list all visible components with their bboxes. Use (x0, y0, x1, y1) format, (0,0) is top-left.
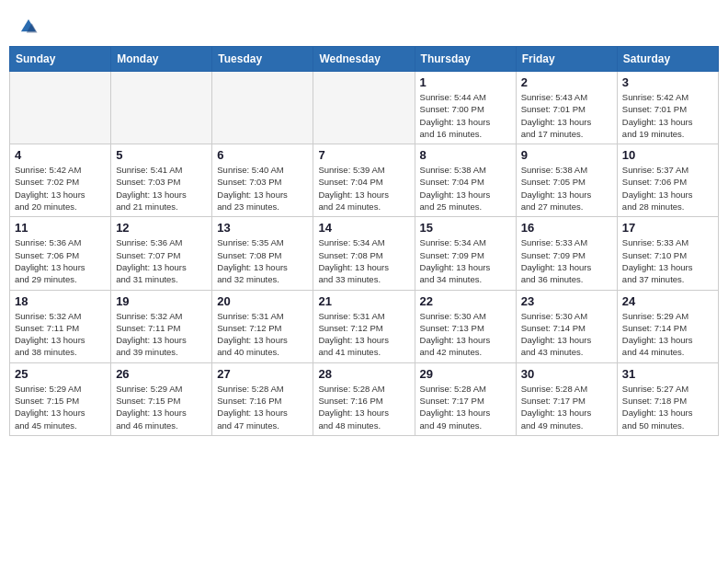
calendar-cell: 20Sunrise: 5:31 AM Sunset: 7:12 PM Dayli… (212, 290, 313, 362)
day-detail: Sunrise: 5:28 AM Sunset: 7:16 PM Dayligh… (318, 383, 409, 431)
day-detail: Sunrise: 5:38 AM Sunset: 7:05 PM Dayligh… (521, 164, 612, 213)
calendar-cell: 18Sunrise: 5:32 AM Sunset: 7:11 PM Dayli… (10, 290, 111, 362)
calendar-cell: 25Sunrise: 5:29 AM Sunset: 7:15 PM Dayli… (10, 362, 111, 435)
day-detail: Sunrise: 5:30 AM Sunset: 7:14 PM Dayligh… (521, 310, 612, 359)
calendar-cell: 15Sunrise: 5:34 AM Sunset: 7:09 PM Dayli… (415, 217, 516, 290)
day-number: 18 (15, 294, 106, 308)
day-detail: Sunrise: 5:27 AM Sunset: 7:18 PM Dayligh… (622, 383, 713, 431)
weekday-header-wednesday: Wednesday (313, 47, 415, 72)
logo (18, 17, 42, 37)
day-number: 15 (420, 221, 511, 235)
calendar-cell: 9Sunrise: 5:38 AM Sunset: 7:05 PM Daylig… (516, 144, 617, 217)
calendar-cell: 5Sunrise: 5:41 AM Sunset: 7:03 PM Daylig… (111, 144, 212, 217)
day-number: 9 (521, 148, 612, 162)
day-number: 25 (15, 367, 106, 381)
day-detail: Sunrise: 5:36 AM Sunset: 7:06 PM Dayligh… (15, 236, 106, 285)
calendar-cell: 31Sunrise: 5:27 AM Sunset: 7:18 PM Dayli… (617, 362, 718, 435)
calendar-cell: 10Sunrise: 5:37 AM Sunset: 7:06 PM Dayli… (617, 144, 718, 217)
calendar-week-row: 18Sunrise: 5:32 AM Sunset: 7:11 PM Dayli… (10, 290, 719, 362)
weekday-header-thursday: Thursday (415, 47, 516, 72)
calendar-cell: 27Sunrise: 5:28 AM Sunset: 7:16 PM Dayli… (212, 362, 313, 435)
day-detail: Sunrise: 5:44 AM Sunset: 7:00 PM Dayligh… (420, 91, 511, 140)
day-detail: Sunrise: 5:31 AM Sunset: 7:12 PM Dayligh… (217, 310, 308, 359)
day-detail: Sunrise: 5:29 AM Sunset: 7:15 PM Dayligh… (116, 383, 207, 431)
calendar-cell (212, 72, 313, 144)
day-number: 28 (318, 367, 409, 381)
calendar-cell: 30Sunrise: 5:28 AM Sunset: 7:17 PM Dayli… (516, 362, 617, 435)
day-detail: Sunrise: 5:33 AM Sunset: 7:10 PM Dayligh… (622, 236, 713, 285)
calendar-cell: 13Sunrise: 5:35 AM Sunset: 7:08 PM Dayli… (212, 217, 313, 290)
calendar-cell (313, 72, 415, 144)
day-detail: Sunrise: 5:37 AM Sunset: 7:06 PM Dayligh… (622, 164, 713, 213)
day-number: 26 (116, 367, 207, 381)
calendar-week-row: 25Sunrise: 5:29 AM Sunset: 7:15 PM Dayli… (10, 362, 719, 435)
calendar-cell (111, 72, 212, 144)
day-detail: Sunrise: 5:28 AM Sunset: 7:17 PM Dayligh… (521, 383, 612, 431)
calendar-cell (10, 72, 111, 144)
calendar-cell: 12Sunrise: 5:36 AM Sunset: 7:07 PM Dayli… (111, 217, 212, 290)
day-detail: Sunrise: 5:36 AM Sunset: 7:07 PM Dayligh… (116, 236, 207, 285)
day-number: 12 (116, 221, 207, 235)
day-detail: Sunrise: 5:38 AM Sunset: 7:04 PM Dayligh… (420, 164, 511, 213)
calendar-week-row: 11Sunrise: 5:36 AM Sunset: 7:06 PM Dayli… (10, 217, 719, 290)
day-detail: Sunrise: 5:43 AM Sunset: 7:01 PM Dayligh… (521, 91, 612, 140)
calendar-cell: 17Sunrise: 5:33 AM Sunset: 7:10 PM Dayli… (617, 217, 718, 290)
calendar-cell: 21Sunrise: 5:31 AM Sunset: 7:12 PM Dayli… (313, 290, 415, 362)
weekday-header-row: SundayMondayTuesdayWednesdayThursdayFrid… (10, 47, 719, 72)
day-detail: Sunrise: 5:31 AM Sunset: 7:12 PM Dayligh… (318, 310, 409, 359)
day-number: 24 (622, 294, 713, 308)
calendar-cell: 14Sunrise: 5:34 AM Sunset: 7:08 PM Dayli… (313, 217, 415, 290)
day-number: 10 (622, 148, 713, 162)
calendar-cell: 24Sunrise: 5:29 AM Sunset: 7:14 PM Dayli… (617, 290, 718, 362)
calendar-cell: 28Sunrise: 5:28 AM Sunset: 7:16 PM Dayli… (313, 362, 415, 435)
day-number: 16 (521, 221, 612, 235)
day-detail: Sunrise: 5:34 AM Sunset: 7:08 PM Dayligh… (318, 236, 409, 285)
calendar-cell: 26Sunrise: 5:29 AM Sunset: 7:15 PM Dayli… (111, 362, 212, 435)
day-number: 4 (15, 148, 106, 162)
day-number: 27 (217, 367, 308, 381)
page-header (9, 9, 719, 40)
day-number: 23 (521, 294, 612, 308)
calendar-week-row: 1Sunrise: 5:44 AM Sunset: 7:00 PM Daylig… (10, 72, 719, 144)
day-detail: Sunrise: 5:32 AM Sunset: 7:11 PM Dayligh… (116, 310, 207, 359)
calendar-cell: 4Sunrise: 5:42 AM Sunset: 7:02 PM Daylig… (10, 144, 111, 217)
logo-icon (18, 17, 39, 37)
day-number: 13 (217, 221, 308, 235)
calendar-cell: 11Sunrise: 5:36 AM Sunset: 7:06 PM Dayli… (10, 217, 111, 290)
day-number: 17 (622, 221, 713, 235)
day-detail: Sunrise: 5:41 AM Sunset: 7:03 PM Dayligh… (116, 164, 207, 213)
day-detail: Sunrise: 5:28 AM Sunset: 7:17 PM Dayligh… (420, 383, 511, 431)
day-number: 20 (217, 294, 308, 308)
calendar-cell: 7Sunrise: 5:39 AM Sunset: 7:04 PM Daylig… (313, 144, 415, 217)
day-number: 30 (521, 367, 612, 381)
calendar-week-row: 4Sunrise: 5:42 AM Sunset: 7:02 PM Daylig… (10, 144, 719, 217)
day-number: 21 (318, 294, 409, 308)
day-detail: Sunrise: 5:42 AM Sunset: 7:01 PM Dayligh… (622, 91, 713, 140)
weekday-header-monday: Monday (111, 47, 212, 72)
day-detail: Sunrise: 5:34 AM Sunset: 7:09 PM Dayligh… (420, 236, 511, 285)
calendar-cell: 8Sunrise: 5:38 AM Sunset: 7:04 PM Daylig… (415, 144, 516, 217)
weekday-header-saturday: Saturday (617, 47, 718, 72)
day-number: 5 (116, 148, 207, 162)
calendar-cell: 22Sunrise: 5:30 AM Sunset: 7:13 PM Dayli… (415, 290, 516, 362)
day-number: 3 (622, 75, 713, 89)
day-detail: Sunrise: 5:42 AM Sunset: 7:02 PM Dayligh… (15, 164, 106, 213)
day-number: 29 (420, 367, 511, 381)
day-detail: Sunrise: 5:29 AM Sunset: 7:15 PM Dayligh… (15, 383, 106, 431)
day-detail: Sunrise: 5:39 AM Sunset: 7:04 PM Dayligh… (318, 164, 409, 213)
day-number: 11 (15, 221, 106, 235)
calendar-cell: 16Sunrise: 5:33 AM Sunset: 7:09 PM Dayli… (516, 217, 617, 290)
day-number: 14 (318, 221, 409, 235)
day-number: 1 (420, 75, 511, 89)
day-detail: Sunrise: 5:40 AM Sunset: 7:03 PM Dayligh… (217, 164, 308, 213)
weekday-header-tuesday: Tuesday (212, 47, 313, 72)
weekday-header-sunday: Sunday (10, 47, 111, 72)
calendar-cell: 6Sunrise: 5:40 AM Sunset: 7:03 PM Daylig… (212, 144, 313, 217)
calendar-cell: 29Sunrise: 5:28 AM Sunset: 7:17 PM Dayli… (415, 362, 516, 435)
calendar-cell: 1Sunrise: 5:44 AM Sunset: 7:00 PM Daylig… (415, 72, 516, 144)
day-number: 6 (217, 148, 308, 162)
calendar-table: SundayMondayTuesdayWednesdayThursdayFrid… (9, 46, 719, 436)
day-detail: Sunrise: 5:33 AM Sunset: 7:09 PM Dayligh… (521, 236, 612, 285)
day-detail: Sunrise: 5:28 AM Sunset: 7:16 PM Dayligh… (217, 383, 308, 431)
calendar-cell: 19Sunrise: 5:32 AM Sunset: 7:11 PM Dayli… (111, 290, 212, 362)
